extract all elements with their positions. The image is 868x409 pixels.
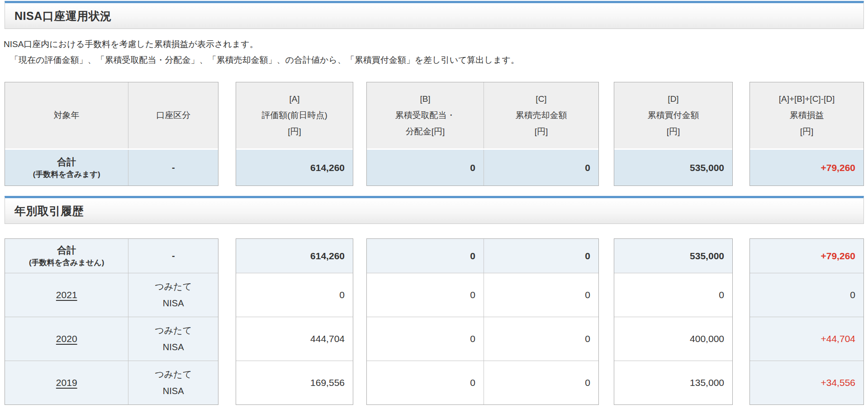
history-total-a: 614,260 <box>236 239 353 273</box>
history-total-d: 535,000 <box>614 239 732 273</box>
a-2021: 0 <box>236 273 353 317</box>
summary-table: 対象年 口座区分 合計 (手数料を含みます) - [A] 評価額(前日時点) [… <box>0 82 868 186</box>
section-header-nisa-status: NISA口座運用状況 <box>5 1 864 29</box>
summary-table-col-a: [A] 評価額(前日時点) [円] 614,260 <box>236 82 353 186</box>
history-col-bc: 0 0 0 0 0 0 0 0 <box>366 238 599 405</box>
summary-table-col-bc: [B] 累積受取配当・ 分配金[円] [C] 累積売却金額 [円] 0 0 <box>366 82 599 186</box>
history-year-kubun: 合計 (手数料を含みません) - 2021 つみたて NISA 2020 つみた… <box>5 238 218 405</box>
pl-2020: +44,704 <box>750 317 863 361</box>
header-dividends: [B] 累積受取配当・ 分配金[円] <box>367 82 484 148</box>
header-account-type: 口座区分 <box>128 82 218 148</box>
year-link-2021[interactable]: 2021 <box>56 290 77 300</box>
total-dividends-value: 0 <box>367 150 484 185</box>
total-kubun-cell: - <box>128 150 218 185</box>
year-cell-2020: 2020 <box>5 317 128 361</box>
year-link-2020[interactable]: 2020 <box>56 333 77 344</box>
summary-table-col-d: [D] 累積買付金額 [円] 535,000 <box>614 82 733 186</box>
kubun-cell-2020: つみたて NISA <box>128 317 218 361</box>
description-line-2: 「現在の評価金額」、「累積受取配当・分配金」、「累積売却金額」、の合計値から、「… <box>4 52 868 68</box>
c-2021: 0 <box>484 273 598 317</box>
summary-table-col-pl: [A]+[B]+[C]-[D] 累積損益 [円] +79,260 <box>749 82 864 186</box>
header-cumulative-pl: [A]+[B]+[C]-[D] 累積損益 [円] <box>750 82 863 148</box>
history-total-c: 0 <box>484 239 598 273</box>
history-col-pl: +79,260 0 +44,704 +34,556 <box>749 238 864 405</box>
total-sales-value: 0 <box>484 150 598 185</box>
section2-title: 年別取引履歴 <box>14 204 84 219</box>
history-total-kubun-cell: - <box>128 239 218 273</box>
header-sales: [C] 累積売却金額 [円] <box>484 82 598 148</box>
year-link-2019[interactable]: 2019 <box>56 377 77 388</box>
c-2019: 0 <box>484 361 598 404</box>
page-title: NISA口座運用状況 <box>14 9 112 24</box>
description: NISA口座内における手数料を考慮した累積損益が表示されます。 「現在の評価金額… <box>4 36 868 68</box>
history-col-d: 535,000 0 400,000 135,000 <box>614 238 733 405</box>
header-target-year: 対象年 <box>5 82 128 148</box>
total-label-cell: 合計 (手数料を含みます) <box>5 150 128 185</box>
summary-table-year-kubun: 対象年 口座区分 合計 (手数料を含みます) - <box>5 82 218 186</box>
b-2020: 0 <box>367 317 484 361</box>
history-total-b: 0 <box>367 239 484 273</box>
description-line-1: NISA口座内における手数料を考慮した累積損益が表示されます。 <box>4 36 868 52</box>
d-2021: 0 <box>614 273 732 317</box>
yearly-history-table: 合計 (手数料を含みません) - 2021 つみたて NISA 2020 つみた… <box>0 238 868 405</box>
pl-2021: 0 <box>750 273 863 317</box>
b-2019: 0 <box>367 361 484 404</box>
year-cell-2021: 2021 <box>5 273 128 317</box>
year-cell-2019: 2019 <box>5 361 128 404</box>
total-pl-value: +79,260 <box>750 150 863 185</box>
total-purchases-value: 535,000 <box>614 150 732 185</box>
header-purchases: [D] 累積買付金額 [円] <box>614 82 732 148</box>
header-valuation: [A] 評価額(前日時点) [円] <box>236 82 353 148</box>
a-2020: 444,704 <box>236 317 353 361</box>
history-col-a: 614,260 0 444,704 169,556 <box>236 238 353 405</box>
pl-2019: +34,556 <box>750 361 863 404</box>
b-2021: 0 <box>367 273 484 317</box>
d-2020: 400,000 <box>614 317 732 361</box>
kubun-cell-2021: つみたて NISA <box>128 273 218 317</box>
history-total-label-cell: 合計 (手数料を含みません) <box>5 239 128 273</box>
history-total-pl: +79,260 <box>750 239 863 273</box>
kubun-cell-2019: つみたて NISA <box>128 361 218 404</box>
section-header-yearly-history: 年別取引履歴 <box>5 196 864 224</box>
a-2019: 169,556 <box>236 361 353 404</box>
d-2019: 135,000 <box>614 361 732 404</box>
total-valuation-value: 614,260 <box>236 150 353 185</box>
c-2020: 0 <box>484 317 598 361</box>
